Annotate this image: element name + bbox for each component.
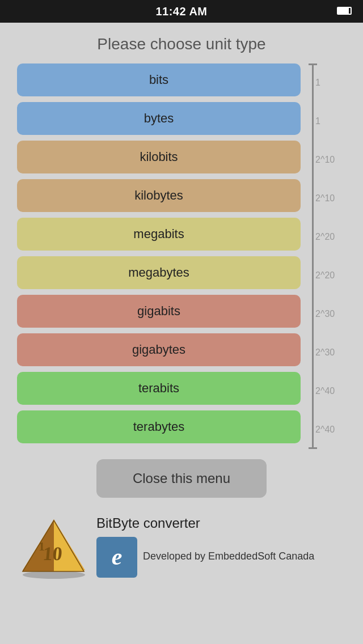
unit-buttons-col: bitsbyteskilobitskilobytesmegabitsmegaby… [17,63,301,449]
unit-btn-terabits[interactable]: terabits [17,372,301,405]
unit-btn-bits[interactable]: bits [17,63,301,96]
app-name: BitByte converter [96,515,314,531]
unit-btn-kilobits[interactable]: kilobits [17,141,301,173]
status-bar: 11:42 AM [0,0,363,23]
e-badge: e [96,537,137,578]
page-title: Please choose unit type [17,23,346,63]
unit-btn-kilobytes[interactable]: kilobytes [17,179,301,212]
pyramid-icon: 10 1 [17,514,91,579]
unit-btn-megabytes[interactable]: megabytes [17,256,301,289]
developer-info: e Developed by EmbeddedSoft Canada [96,536,314,578]
unit-list: bitsbyteskilobitskilobytesmegabitsmegaby… [17,63,346,449]
main-content: Please choose unit type bitsbyteskilobit… [0,23,363,498]
footer-text: BitByte converter e Developed by Embedde… [91,515,314,578]
battery-icon [337,7,354,16]
footer: 10 1 BitByte converter e Developed by Em… [0,498,363,579]
svg-text:10: 10 [42,543,63,564]
unit-btn-gigabits[interactable]: gigabits [17,295,301,328]
developer-text: Developed by EmbeddedSoft Canada [143,549,314,564]
ruler-col: 112^102^102^202^202^302^302^402^40 [301,63,346,449]
svg-text:1: 1 [39,539,45,553]
ruler-line [312,63,314,449]
ruler-label-bits: 1 [307,63,320,102]
unit-btn-bytes[interactable]: bytes [17,102,301,135]
ruler-label-bytes: 1 [307,102,320,141]
unit-btn-megabits[interactable]: megabits [17,218,301,251]
svg-point-0 [23,571,85,579]
close-menu-button[interactable]: Close this menu [96,459,267,498]
status-time: 11:42 AM [155,5,207,18]
unit-btn-terabytes[interactable]: terabytes [17,410,301,443]
unit-btn-gigabytes[interactable]: gigabytes [17,333,301,366]
